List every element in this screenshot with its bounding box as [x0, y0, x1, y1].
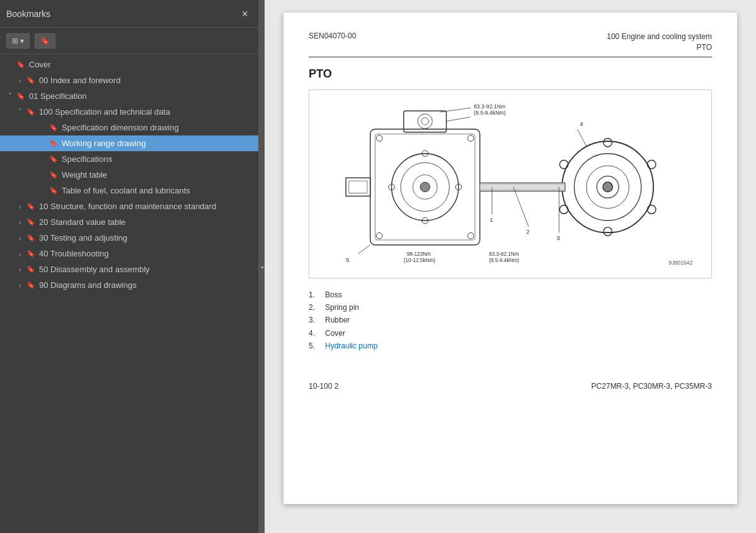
bookmark-icon: 🔖 [40, 37, 50, 45]
bookmark-icon-cover: 🔖 [16, 60, 25, 69]
page-footer: 10-100 2 PC27MR-3, PC30MR-3, PC35MR-3 [309, 378, 712, 391]
bookmark-item-01-specification[interactable]: ˅🔖01 Specification [0, 88, 258, 104]
bookmark-label-20-standard: 20 Standard value table [39, 217, 253, 227]
svg-text:3: 3 [556, 234, 559, 241]
page-view: SEN04070-00 100 Engine and cooling syste… [284, 13, 737, 504]
bookmark-item-100-spec-tech[interactable]: ˅🔖100 Specification and technical data [0, 104, 258, 120]
bookmark-icon-50-disassembly: 🔖 [26, 265, 35, 273]
bookmark-item-30-testing[interactable]: ›🔖30 Testing and adjusting [0, 230, 258, 246]
svg-text:(10-12.5kNm): (10-12.5kNm) [404, 257, 435, 263]
resize-handle[interactable]: ◂ [258, 0, 265, 533]
svg-point-8 [420, 182, 430, 192]
bookmark-item-10-structure[interactable]: ›🔖10 Structure, function and maintenance… [0, 198, 258, 214]
diagram-container: 83.3-92.1Nm (8.5-9.4kNm) [309, 89, 712, 278]
svg-point-28 [603, 182, 612, 192]
bookmark-icon-working-range: 🔖 [49, 139, 58, 147]
bookmark-item-90-diagrams[interactable]: ›🔖90 Diagrams and drawings [0, 277, 258, 293]
bookmark-icon-30-testing: 🔖 [26, 234, 35, 242]
expand-toggle-20-standard[interactable]: › [15, 219, 25, 226]
parts-list: 1.Boss2.Spring pin3.Rubber4.Cover5.Hydra… [309, 289, 712, 353]
pto-title: PTO [309, 67, 712, 81]
bookmark-item-weight-table[interactable]: 🔖Weight table [0, 167, 258, 183]
pto-diagram: 83.3-92.1Nm (8.5-9.4kNm) [309, 90, 711, 278]
bookmark-label-weight-table: Weight table [62, 170, 253, 180]
svg-text:98-123Nm: 98-123Nm [407, 251, 431, 257]
expand-toggle-30-testing[interactable]: › [15, 234, 25, 242]
part-item: 1.Boss [309, 289, 712, 301]
bookmark-item-specifications[interactable]: 🔖Specifications [0, 151, 258, 167]
part-name: Boss [325, 289, 342, 301]
bookmark-item-spec-dim-drawing[interactable]: 🔖Specification dimension drawing [0, 120, 258, 135]
page-header: SEN04070-00 100 Engine and cooling syste… [309, 32, 712, 57]
part-number: 5. [309, 340, 321, 352]
bookmark-item-cover[interactable]: 🔖Cover [0, 57, 258, 72]
sidebar-title: Bookmarks [6, 9, 50, 19]
part-number: 3. [309, 314, 321, 326]
expand-toggle-50-disassembly[interactable]: › [15, 266, 25, 273]
bookmark-item-50-disassembly[interactable]: ›🔖50 Disassembly and assembly [0, 261, 258, 277]
part-item: 4.Cover [309, 327, 712, 340]
bookmark-label-spec-dim-drawing: Specification dimension drawing [62, 123, 253, 132]
part-name: Spring pin [325, 301, 359, 314]
part-name: Hydraulic pump [325, 340, 377, 352]
sidebar-close-button[interactable]: × [238, 7, 252, 21]
bookmark-label-10-structure: 10 Structure, function and maintenance s… [39, 202, 253, 211]
bookmark-item-fuel-coolant[interactable]: 🔖Table of fuel, coolant and lubricants [0, 183, 258, 198]
sidebar-toolbar: ⊞ ▾ 🔖 [0, 28, 258, 54]
expand-toggle-01-specification[interactable]: ˅ [5, 92, 15, 100]
bookmark-icon-fuel-coolant: 🔖 [49, 186, 58, 195]
document-id: SEN04070-00 [309, 32, 356, 40]
section-title-line2: PTO [697, 43, 712, 52]
bookmark-icon-40-troubleshooting: 🔖 [26, 249, 35, 258]
bookmark-list: 🔖Cover›🔖00 Index and foreword˅🔖01 Specif… [0, 54, 258, 533]
svg-text:2: 2 [526, 228, 529, 235]
dropdown-arrow-icon: ▾ [20, 37, 24, 45]
part-name: Rubber [325, 314, 350, 326]
section-title: 100 Engine and cooling system PTO [607, 32, 712, 53]
bookmark-item-working-range[interactable]: 🔖Working range drawing [0, 135, 258, 151]
svg-text:83.3-92.1Nm: 83.3-92.1Nm [474, 103, 505, 110]
bookmark-button[interactable]: 🔖 [35, 33, 55, 49]
sidebar-header: Bookmarks × [0, 0, 258, 28]
expand-toggle-90-diagrams[interactable]: › [15, 282, 25, 289]
part-item: 5.Hydraulic pump [309, 340, 712, 352]
expand-toggle-00-index[interactable]: › [15, 77, 25, 84]
view-options-button[interactable]: ⊞ ▾ [6, 33, 30, 49]
bookmark-label-100-spec-tech: 100 Specification and technical data [39, 107, 253, 117]
bookmark-item-00-index[interactable]: ›🔖00 Index and foreword [0, 72, 258, 88]
expand-toggle-100-spec-tech[interactable]: ˅ [15, 108, 25, 116]
bookmark-icon-100-spec-tech: 🔖 [26, 108, 35, 116]
bookmark-icon-00-index: 🔖 [26, 76, 35, 84]
svg-text:(8.5-9.4kNm): (8.5-9.4kNm) [489, 257, 519, 263]
section-title-line1: 100 Engine and cooling system [607, 32, 712, 41]
bookmark-icon-20-standard: 🔖 [26, 218, 35, 226]
bookmark-item-20-standard[interactable]: ›🔖20 Standard value table [0, 214, 258, 230]
bookmark-label-50-disassembly: 50 Disassembly and assembly [39, 265, 253, 274]
bookmark-label-40-troubleshooting: 40 Troubleshooting [39, 249, 253, 258]
svg-text:1: 1 [490, 216, 493, 223]
bookmark-label-fuel-coolant: Table of fuel, coolant and lubricants [62, 186, 253, 195]
part-number: 1. [309, 289, 321, 301]
bookmark-label-01-specification: 01 Specification [29, 91, 253, 101]
svg-text:83.3-92.1Nm: 83.3-92.1Nm [489, 251, 519, 257]
part-number: 2. [309, 301, 321, 314]
bookmark-icon-10-structure: 🔖 [26, 202, 35, 210]
main-content: SEN04070-00 100 Engine and cooling syste… [265, 0, 756, 533]
bookmark-label-90-diagrams: 90 Diagrams and drawings [39, 280, 253, 290]
bookmark-icon-weight-table: 🔖 [49, 171, 58, 179]
bookmark-label-specifications: Specifications [62, 154, 253, 164]
svg-text:9J801642: 9J801642 [668, 259, 692, 265]
part-number: 4. [309, 327, 321, 340]
bookmark-label-00-index: 00 Index and foreword [39, 76, 253, 85]
bookmark-icon-spec-dim-drawing: 🔖 [49, 123, 58, 132]
expand-toggle-10-structure[interactable]: › [15, 203, 25, 210]
svg-text:4: 4 [580, 120, 583, 127]
bookmark-icon-01-specification: 🔖 [16, 92, 25, 100]
bookmark-icon-90-diagrams: 🔖 [26, 281, 35, 289]
bookmark-icon-specifications: 🔖 [49, 155, 58, 163]
bookmark-item-40-troubleshooting[interactable]: ›🔖40 Troubleshooting [0, 246, 258, 261]
footer-model-numbers: PC27MR-3, PC30MR-3, PC35MR-3 [592, 382, 712, 391]
expand-toggle-40-troubleshooting[interactable]: › [15, 250, 25, 258]
bookmark-label-cover: Cover [29, 60, 253, 69]
resize-icon: ◂ [260, 263, 263, 270]
